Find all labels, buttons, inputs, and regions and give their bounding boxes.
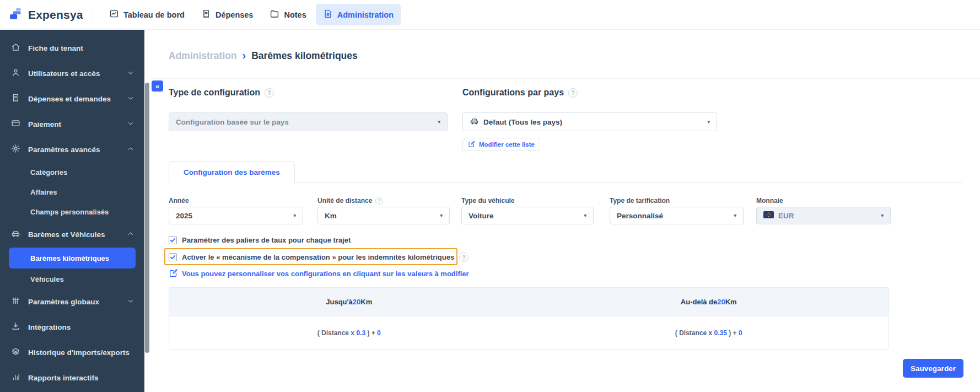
chevron-down-icon [127,297,134,307]
sidebar-item-utilisateurs[interactable]: Utilisateurs et accès [0,61,144,86]
nav-dashboard-label: Tableau de bord [123,10,185,19]
bar-chart-icon [11,372,20,383]
sidebar-label: Champs personnalisés [30,208,109,216]
type-tarification-select[interactable]: Personnalisé ▾ [610,207,744,224]
sidebar-label: Paiement [28,120,61,128]
chevron-down-icon [127,94,134,104]
sidebar-label: Paramètres globaux [28,298,99,306]
sidebar-item-integrations[interactable]: Intégrations [0,314,144,340]
administration-icon [323,9,333,20]
rate-factor-value[interactable]: 0.35 [714,329,727,337]
annee-select[interactable]: 2025 ▾ [169,207,303,224]
config-country-select[interactable]: Défaut (Tous les pays) ▾ [462,112,717,131]
customize-link-label: Vous pouvez personnaliser vos configurat… [182,270,469,278]
tab-configuration-des-baremes[interactable]: Configuration des barèmes [169,161,295,183]
monnaie-label: Monnaie [756,197,783,205]
config-type-heading: Type de configuration ? [169,88,274,98]
save-button[interactable]: Sauvegarder [903,359,963,378]
rate-factor-value[interactable]: 0.3 [356,329,365,337]
page-title: Barèmes kilométriques [251,50,358,62]
caret-down-icon: ▾ [707,119,710,125]
monnaie-value: EUR [778,212,794,220]
unite-distance-select[interactable]: Km ▾ [317,207,450,224]
nav-expenses[interactable]: Dépenses [194,4,261,25]
help-icon[interactable]: ? [375,197,383,205]
sidebar-item-baremes-vehicules[interactable]: Barèmes et Véhicules [0,222,144,247]
sidebar-item-historique-imports-exports[interactable]: Historique d'imports/exports [0,340,144,365]
monnaie-select[interactable]: EUR ▾ [756,207,891,224]
edit-list-button[interactable]: Modifier cette liste [462,138,540,151]
sidebar-label: Affaires [30,188,57,196]
checkbox-checked-icon[interactable] [169,253,177,261]
help-icon[interactable]: ? [568,88,578,98]
folder-icon [270,9,279,20]
customize-link[interactable]: Vous pouvez personnaliser vos configurat… [169,268,469,280]
type-tarification-label: Type de tarification [610,197,670,205]
sidebar-item-parametres-globaux[interactable]: Paramètres globaux [0,289,144,314]
sidebar-item-categories[interactable]: Catégories [0,162,144,182]
config-type-select[interactable]: Configuration basée sur le pays ▾ [169,112,448,131]
sidebar-item-affaires[interactable]: Affaires [0,182,144,202]
type-tarification-value: Personnalisé [617,212,663,220]
top-navbar: Expensya Tableau de bord Dépenses Notes [0,0,980,30]
chevron-up-icon [127,145,134,154]
rate-offset-value[interactable]: 0 [377,329,381,337]
config-country-heading: Configurations par pays ? [462,88,578,98]
sidebar-label: Barèmes et Véhicules [28,230,105,239]
rate-offset-value[interactable]: 0 [739,329,742,337]
compensation-label: Activer le « mécanisme de la compensatio… [182,253,454,261]
expensya-app: Expensya Tableau de bord Dépenses Notes [0,0,980,392]
breadcrumb-administration[interactable]: Administration [169,50,236,62]
config-country-value: Défaut (Tous les pays) [483,118,562,126]
chevron-down-icon [127,120,134,129]
type-vehicule-select[interactable]: Voiture ▾ [461,207,594,224]
topbar-divider [93,7,93,23]
paliers-taux-checkbox-row[interactable]: Paramétrer des paliers de taux pour chaq… [169,236,351,244]
nav-administration-label: Administration [337,10,394,19]
sidebar-label: Historique d'imports/exports [28,348,130,357]
rate-col-header-1: Jusqu'à 20 Km [169,288,529,316]
chevron-up-icon [127,230,134,239]
sidebar-item-parametres-avances[interactable]: Paramètres avancés [0,137,144,162]
collapse-sidebar-button[interactable]: « [152,80,163,92]
sidebar-item-depenses-demandes[interactable]: Dépenses et demandes [0,86,144,111]
caret-down-icon: ▾ [584,213,586,218]
nav-administration[interactable]: Administration [316,4,401,25]
breadcrumb: Administration › Barèmes kilométriques [169,50,358,62]
sidebar-item-baremes-kilometriques[interactable]: Barèmes kilométriques [9,248,136,269]
sidebar-item-rapports-interactifs[interactable]: Rapports interactifs [0,365,144,390]
sidebar-item-fiche-du-tenant[interactable]: Fiche du tenant [0,35,144,61]
sidebar-label: Véhicules [30,275,64,283]
sidebar-label: Intégrations [28,323,71,331]
annee-label: Année [169,197,189,205]
paliers-taux-label: Paramétrer des paliers de taux pour chaq… [182,236,351,244]
compensation-checkbox-row[interactable]: Activer le « mécanisme de la compensatio… [169,253,469,262]
dashboard-icon [109,9,119,20]
caret-down-icon: ▾ [881,213,884,218]
annee-value: 2025 [176,212,192,220]
sidebar-item-vehicules[interactable]: Véhicules [0,269,144,289]
sidebar-item-champs-personnalises[interactable]: Champs personnalisés [0,202,144,222]
receipt-icon [201,9,211,20]
credit-card-icon [11,119,20,130]
rate-table-header: Jusqu'à 20 Km Au-delà de 20 Km [169,288,889,316]
nav-notes[interactable]: Notes [262,4,313,25]
threshold-value[interactable]: 20 [353,298,360,306]
rate-table-row: ( Distance x 0.3 ) + 0 ( Distance x 0.35… [169,316,889,349]
rate-col-header-2: Au-delà de 20 Km [529,288,889,316]
sidebar-label: Fiche du tenant [28,44,83,52]
config-country-title: Configurations par pays [462,88,564,98]
caret-down-icon: ▾ [734,213,736,218]
receipt-icon [11,93,20,104]
checkbox-checked-icon[interactable] [169,236,177,244]
content-scrollbar-thumb[interactable] [145,83,149,353]
expensya-logo[interactable]: Expensya [0,7,93,23]
help-icon[interactable]: ? [265,88,274,98]
sidebar-item-paiement[interactable]: Paiement [0,111,144,137]
nav-dashboard[interactable]: Tableau de bord [102,4,192,25]
help-icon[interactable]: ? [459,253,469,262]
threshold-value[interactable]: 20 [717,298,725,306]
expensya-logo-icon [9,7,23,23]
gear-icon [11,144,20,155]
rate-formula-1: ( Distance x 0.3 ) + 0 [169,316,529,349]
